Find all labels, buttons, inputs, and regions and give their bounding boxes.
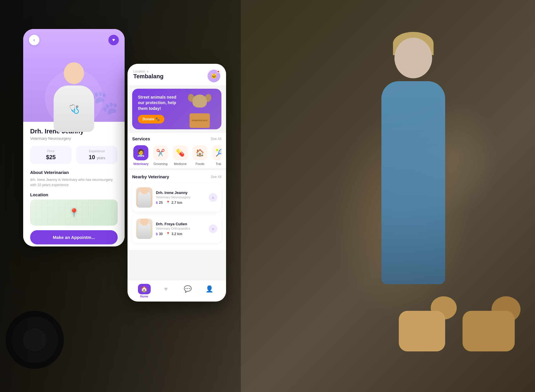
- favorite-button[interactable]: ♥: [108, 35, 119, 45]
- vet-name-1: Drh. Irene Jeanny: [156, 190, 205, 195]
- nearby-header: Nearby Veterinary See All: [132, 174, 221, 179]
- vet-specialty-1: Veterinary Neurosurgery: [156, 195, 205, 199]
- price-label: Price: [34, 149, 68, 153]
- services-section: Services See All 🧑‍⚕️ Veterinary ✂️: [128, 133, 226, 168]
- home-phone: Location ∨ Tembalang 🐱 🐾 Street animals …: [128, 64, 226, 302]
- banner-text: Street animals need our protection, help…: [138, 95, 184, 124]
- service-training[interactable]: 🎾 Trai...: [211, 145, 221, 166]
- dog-1: [399, 296, 457, 369]
- home-icon: 🏠: [138, 284, 151, 294]
- vet-arrow-1[interactable]: ›: [209, 193, 217, 202]
- person-body: [381, 81, 445, 284]
- dog-body: [399, 311, 445, 351]
- phones-container: ‹ ♥ 🐾 🩺 Drh. Irene Jeanny Veterinary Neu…: [23, 29, 226, 348]
- experience-stat: Experience 10 years: [76, 146, 118, 164]
- chevron-down-icon[interactable]: ∨: [147, 70, 149, 73]
- vet-avatar-head-1: [140, 187, 148, 194]
- chat-icon: 💬: [181, 284, 194, 294]
- nav-favorites[interactable]: ♥: [160, 284, 172, 298]
- price-icon-1: $: [156, 201, 158, 204]
- location-area: Location ∨ Tembalang: [133, 70, 163, 80]
- about-text: drh. Irene Jeanny is Veterinary who has …: [30, 177, 118, 188]
- price-icon-2: $: [156, 232, 158, 236]
- nav-home[interactable]: 🏠 Home: [138, 284, 151, 298]
- vet-card-2[interactable]: Drh. Freya Cullen Veterinary Orthopaedic…: [132, 215, 221, 243]
- nearby-title: Nearby Veterinary: [132, 174, 169, 179]
- services-title: Services: [132, 136, 150, 141]
- appointment-button[interactable]: Make an Appointm...: [30, 230, 118, 244]
- vet-price-1: $ 25: [156, 201, 163, 205]
- nav-messages[interactable]: 💬: [181, 284, 194, 298]
- nearby-section: Nearby Veterinary See All Drh. Irene Jea…: [128, 170, 226, 250]
- nav-profile[interactable]: 👤: [203, 284, 216, 298]
- services-see-all[interactable]: See All: [211, 137, 221, 141]
- donation-box: DONATION BOX: [190, 113, 210, 128]
- location-label: Location ∨: [133, 70, 163, 73]
- donation-banner: 🐾 Street animals need our protection, he…: [132, 89, 221, 129]
- about-section: About Veterinarian drh. Irene Jeanny is …: [30, 170, 118, 188]
- foods-icon-bg: 🏠: [192, 145, 208, 160]
- veterinary-icon-bg: 🧑‍⚕️: [133, 145, 148, 160]
- vet-name-2: Drh. Freya Cullen: [156, 222, 205, 226]
- banner-illustration: DONATION BOX: [184, 90, 216, 128]
- vet-head: [64, 62, 84, 84]
- service-veterinary[interactable]: 🧑‍⚕️ Veterinary: [132, 145, 150, 166]
- service-foods[interactable]: 🏠 Foods: [191, 145, 209, 166]
- medicine-icon-bg: 💊: [173, 145, 188, 160]
- stats-row: Price $25 Experience 10 years: [30, 146, 118, 164]
- training-icon-bg: 🎾: [212, 145, 221, 160]
- donate-button[interactable]: Donate 🐾: [138, 115, 164, 124]
- vet-meta-1: $ 25 📍 2.7 km: [156, 201, 205, 205]
- dogs-area: [399, 296, 521, 369]
- vet-avatar-figure-1: [138, 190, 151, 208]
- nearby-see-all[interactable]: See All: [211, 175, 221, 179]
- vet-detail-phone: ‹ ♥ 🐾 🩺 Drh. Irene Jeanny Veterinary Neu…: [23, 29, 125, 246]
- person-head: [394, 38, 432, 78]
- vet-arrow-2[interactable]: ›: [209, 224, 217, 233]
- grooming-icon: ✂️: [156, 149, 165, 157]
- vet-info-1: Drh. Irene Jeanny Veterinary Neurosurger…: [156, 190, 205, 205]
- avatar[interactable]: 🐱: [208, 70, 220, 82]
- vet-avatar-figure-2: [138, 222, 151, 239]
- nav-home-label: Home: [140, 295, 148, 298]
- service-grooming[interactable]: ✂️ Grooming: [152, 145, 169, 166]
- notification-dot: [217, 70, 220, 73]
- experience-unit: years: [97, 156, 105, 160]
- vet-photo: 🩺: [45, 58, 103, 122]
- vet-figure: 🩺: [48, 64, 100, 122]
- service-medicine[interactable]: 💊 Medicine: [172, 145, 189, 166]
- foods-icon: 🏠: [196, 149, 204, 157]
- price-stat: Price $25: [30, 146, 72, 164]
- medicine-label: Medicine: [174, 162, 187, 166]
- vet-avatar-head-2: [140, 219, 148, 226]
- services-header: Services See All: [132, 136, 221, 141]
- price-value: $25: [34, 154, 68, 161]
- vet-info-2: Drh. Freya Cullen Veterinary Orthopaedic…: [156, 222, 205, 236]
- location-title: Location: [30, 192, 118, 197]
- home-scroll[interactable]: 🐾 Street animals need our protection, he…: [128, 85, 226, 280]
- grooming-icon-bg: ✂️: [153, 145, 168, 160]
- training-label: Trai...: [216, 162, 221, 166]
- vet-card-1[interactable]: Drh. Irene Jeanny Veterinary Neurosurger…: [132, 183, 221, 212]
- back-button[interactable]: ‹: [29, 35, 39, 45]
- banner-dog-head: [192, 95, 207, 108]
- bottom-nav: 🏠 Home ♥ 💬 👤: [128, 280, 226, 302]
- about-title: About Veterinarian: [30, 170, 118, 175]
- map-pin: 📍: [69, 208, 79, 217]
- medicine-icon: 💊: [176, 149, 185, 157]
- banner-title: Street animals need our protection, help…: [138, 95, 184, 112]
- vet-price-2: $ 30: [156, 232, 163, 236]
- grooming-label: Grooming: [154, 162, 168, 166]
- dog-box: DONATION BOX: [185, 93, 214, 128]
- location-section: Location 📍: [30, 192, 118, 226]
- location-name: Tembalang: [133, 73, 163, 80]
- vet-avatar-1: [136, 187, 152, 208]
- veterinary-label: Veterinary: [133, 162, 148, 166]
- veterinary-icon: 🧑‍⚕️: [137, 149, 145, 157]
- front-header: Location ∨ Tembalang 🐱: [128, 64, 226, 85]
- vet-dist-1: 📍 2.7 km: [166, 201, 182, 205]
- experience-label: Experience: [80, 149, 114, 153]
- vet-body: 🩺: [54, 86, 94, 132]
- vet-detail-header: ‹ ♥ 🐾 🩺: [23, 29, 125, 122]
- foods-label: Foods: [196, 162, 205, 166]
